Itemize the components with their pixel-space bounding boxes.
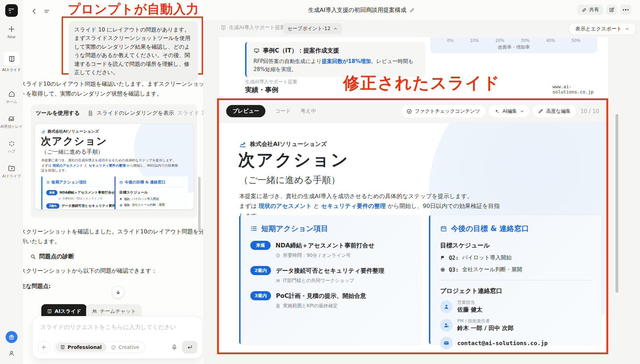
rewards-button[interactable] bbox=[6, 331, 18, 343]
sidebar-item-hub[interactable]: ハブ bbox=[0, 140, 23, 154]
mini-slide-cards: 短期アクション項目 来週 NDA締結＋アセスメント事前打合せ bbox=[41, 176, 188, 209]
mode-label: Professional bbox=[68, 344, 102, 350]
milestone-text: 全社スケール判断・展開 bbox=[462, 266, 522, 273]
mic-button[interactable] bbox=[171, 344, 178, 351]
body-line1: 本提案に基づき、貴社の生成AI導入を成功させるための具体的なステップを提示します… bbox=[239, 193, 473, 200]
fact-check-label: ファクトチェックコンテンツ bbox=[415, 108, 480, 114]
message-composer[interactable]: スライドのリクエストをこちらに入力してください Professional bbox=[32, 316, 203, 359]
tab-code[interactable]: コード bbox=[275, 108, 291, 114]
item-sub-text: IT部門様との共同ワークショップ bbox=[283, 278, 354, 284]
company-name: 株式会社AIソリューションズ bbox=[250, 140, 327, 148]
milestone-label: Q3: bbox=[449, 267, 459, 273]
send-button[interactable] bbox=[182, 341, 197, 354]
card-title: 短期アクション項目 bbox=[51, 180, 86, 185]
arrow-down-icon bbox=[115, 289, 121, 295]
pencil-square-icon bbox=[609, 7, 614, 13]
chart-axis-caption: 改善率・増加率 bbox=[430, 44, 597, 50]
milestone-label: Q2: bbox=[124, 197, 130, 201]
body-link2: セキュリティ要件の整理 bbox=[89, 163, 126, 167]
composer-placeholder[interactable]: スライドのリクエストをこちらに入力してください bbox=[40, 323, 176, 331]
style-mode-group: Professional Creative bbox=[54, 341, 145, 353]
sidebar-item-ai-slides[interactable]: AIスライド bbox=[0, 52, 23, 72]
milestone-label: Q2: bbox=[449, 255, 459, 261]
scroll-to-bottom-button[interactable] bbox=[112, 286, 124, 298]
envelope-icon bbox=[440, 337, 453, 349]
body-prefix: まずは bbox=[239, 203, 259, 209]
attach-button[interactable] bbox=[37, 341, 50, 354]
breadcrumb[interactable]: 生成AI導入サポート提案 bbox=[221, 24, 285, 31]
mini-slide-title: 次アクション bbox=[41, 134, 107, 148]
savepoint-label: セーブポイント-12 bbox=[287, 26, 331, 32]
more-options-button[interactable] bbox=[620, 5, 631, 15]
mini-goals-card: 今後の目標 & 連絡窓口 目標スケジュール Q2: パイロット導入開始 bbox=[114, 176, 188, 209]
schedule-heading: 目標スケジュール bbox=[440, 241, 591, 250]
list-menu-icon bbox=[43, 8, 50, 15]
app-logo[interactable] bbox=[5, 4, 18, 17]
previous-slide-title: 実績・事例 bbox=[245, 85, 278, 94]
fact-check-button[interactable]: ファクトチェックコンテンツ bbox=[401, 105, 485, 117]
contact-email-row: contact@ai-solutions.co.jp bbox=[440, 337, 591, 349]
mini-slide-preview[interactable]: 株式会社AIソリューションズ 次アクション （ご一緒に進める手順） 本提案に基づ… bbox=[35, 124, 194, 209]
mode-creative[interactable]: Creative bbox=[106, 343, 144, 352]
slide-title: 次アクション bbox=[238, 149, 349, 171]
site-url: www.ai-solutions.co.jp bbox=[552, 84, 608, 94]
sidebar-item-label: ハブ bbox=[8, 149, 15, 154]
list-icon bbox=[46, 181, 50, 184]
slides-book-icon bbox=[60, 345, 65, 350]
edit-document-button[interactable] bbox=[606, 5, 617, 15]
sidebar-item-ai-inbox[interactable]: AI受信トレイ bbox=[0, 115, 23, 129]
main-scrollbar[interactable] bbox=[615, 114, 618, 293]
tab-thinking[interactable]: 考え中 bbox=[300, 108, 316, 114]
sidebar-item-ai-drive[interactable]: AIドライブ bbox=[0, 164, 23, 179]
mini-action-item: 2週内 データ接続可否とセキュリティ要件整理 IT部門様との共同ワークショップ bbox=[46, 203, 106, 209]
sidebar-item-home[interactable]: ホーム bbox=[0, 90, 23, 104]
chart-line-icon bbox=[41, 130, 46, 134]
tab-label: チームチャット bbox=[100, 308, 136, 315]
contact-heading: プロジェクト連絡窓口 bbox=[440, 287, 591, 295]
share-button[interactable]: 共有 bbox=[577, 5, 603, 15]
sidebar-item-new[interactable]: New bbox=[0, 25, 23, 39]
item-sub: IT部門様との共同ワークショップ bbox=[276, 278, 411, 284]
savepoint-selector[interactable]: セーブポイント-12 bbox=[283, 23, 342, 34]
case-study-card: 事例C（IT）：提案作成支援 RFP回答案の自動生成により提案回数が18%増加。… bbox=[245, 42, 425, 77]
body-link2: セキュリティ要件の整理 bbox=[321, 203, 386, 209]
sidebar-item-label: New bbox=[8, 35, 16, 39]
case-title: 事例C（IT）：提案作成支援 bbox=[253, 47, 418, 55]
account-button[interactable] bbox=[8, 349, 15, 358]
body-line1: 本提案に基づき、貴社の生成AI導入を成功させるための具体的なステップを提示します… bbox=[41, 158, 176, 162]
history-menu-button[interactable] bbox=[42, 6, 52, 16]
milestone-text: 全社スケール判断・展開 bbox=[132, 203, 165, 207]
deck-label: 生成AI導入サポート提案 bbox=[245, 79, 297, 85]
ai-edit-label: AI編集 bbox=[502, 108, 517, 114]
mini-slide-company: 株式会社AIソリューションズ bbox=[41, 129, 99, 134]
view-export-label: 表示とエクスポート bbox=[575, 26, 622, 32]
mini-card-header: 短期アクション項目 bbox=[46, 180, 106, 187]
chevron-down-icon bbox=[520, 109, 524, 113]
advanced-edit-button[interactable]: 高度な編集 bbox=[533, 105, 576, 117]
tick-label: 30% bbox=[521, 38, 530, 43]
slides-book-icon bbox=[8, 55, 15, 63]
flag-icon bbox=[440, 255, 445, 260]
person-gear-icon bbox=[440, 319, 453, 331]
divider bbox=[440, 280, 591, 280]
item-sub-text: 所要時間：90分 / オンライン可 bbox=[283, 252, 351, 259]
contact-role: PM / 技術責任者 bbox=[457, 318, 514, 324]
view-export-button[interactable]: 表示とエクスポート bbox=[569, 23, 636, 35]
slides-book-icon bbox=[47, 309, 52, 314]
monitor-icon bbox=[253, 48, 260, 54]
back-button[interactable] bbox=[29, 6, 39, 16]
chat-scrollbar[interactable] bbox=[198, 177, 201, 231]
timing-badge: 3週内 bbox=[250, 291, 271, 300]
rename-pencil-icon[interactable] bbox=[409, 8, 415, 13]
milestone-row: Q2: パイロット導入開始 bbox=[119, 197, 184, 201]
document-title[interactable]: 生成AI導入支援の初回商談用提案構成 bbox=[308, 6, 415, 14]
mode-professional[interactable]: Professional bbox=[56, 343, 106, 352]
mini-card-header: 今後の目標 & 連絡窓口 bbox=[119, 180, 184, 187]
folder-icon bbox=[8, 164, 15, 172]
tool-use-card[interactable]: ツールを使用する スライドのレンダリングを表示 スライド 10 株式会社AIソリ… bbox=[31, 104, 197, 218]
preview-actions: ファクトチェックコンテンツ AI編集 bbox=[401, 105, 599, 117]
tab-preview[interactable]: プレビュー bbox=[226, 105, 265, 117]
ai-edit-button[interactable]: AI編集 bbox=[489, 105, 529, 117]
clock-icon bbox=[276, 253, 280, 258]
slide-preview[interactable]: 株式会社AIソリューションズ 次アクション （ご一緒に進める手順） 本提案に基づ… bbox=[219, 122, 606, 352]
